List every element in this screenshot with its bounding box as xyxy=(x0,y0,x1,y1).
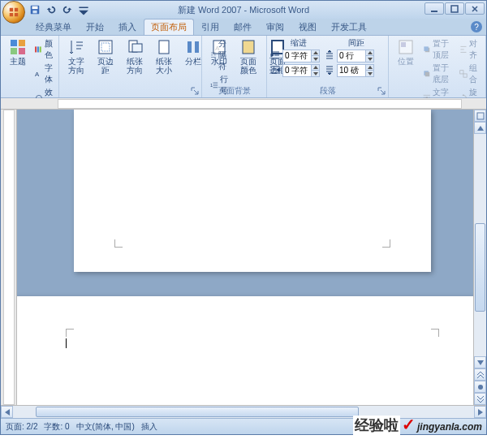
space-before-input[interactable] xyxy=(337,50,374,62)
tab-review[interactable]: 审阅 xyxy=(259,19,291,35)
position-icon xyxy=(398,39,414,55)
ribbon: 主题 颜色 A字体 效果 主题 文字方向 页边距 纸张方向 纸张大小 分栏 分隔… xyxy=(1,35,486,98)
save-button[interactable] xyxy=(28,3,41,16)
spin-up[interactable] xyxy=(365,50,373,56)
save-icon xyxy=(29,4,41,15)
page-1[interactable] xyxy=(74,110,431,272)
tab-classic[interactable]: 经典菜单 xyxy=(28,19,79,35)
svg-rect-6 xyxy=(19,40,25,46)
close-button[interactable] xyxy=(465,2,485,15)
orientation-button[interactable]: 纸张方向 xyxy=(121,37,149,76)
align-button[interactable]: 对齐 xyxy=(458,37,482,62)
space-after-input[interactable] xyxy=(337,64,374,77)
undo-button[interactable] xyxy=(45,3,58,16)
scroll-thumb-v[interactable] xyxy=(475,223,485,312)
svg-rect-19 xyxy=(187,41,192,53)
space-after-row: 段后 xyxy=(325,63,374,78)
margins-button[interactable]: 页边距 xyxy=(92,37,119,76)
svg-rect-30 xyxy=(424,47,428,51)
spin-down[interactable] xyxy=(311,71,319,76)
office-button[interactable] xyxy=(2,1,25,24)
svg-rect-1 xyxy=(32,6,38,10)
tab-view[interactable]: 视图 xyxy=(291,19,324,35)
indent-right-input[interactable] xyxy=(282,64,320,77)
minimize-button[interactable] xyxy=(425,2,444,15)
svg-rect-25 xyxy=(243,41,254,54)
redo-button[interactable] xyxy=(61,3,74,16)
columns-button[interactable]: 分栏 xyxy=(179,37,207,67)
send-back-button[interactable]: 置于底层 xyxy=(421,62,456,86)
theme-fonts-button[interactable]: A字体 xyxy=(33,62,58,86)
office-logo-icon xyxy=(8,6,19,18)
undo-icon xyxy=(45,4,57,15)
minimize-icon xyxy=(430,5,438,13)
breaks-button[interactable]: 分隔符 xyxy=(209,37,233,73)
spin-up[interactable] xyxy=(311,50,319,56)
svg-rect-17 xyxy=(132,44,142,52)
vertical-ruler[interactable] xyxy=(1,110,17,405)
maximize-button[interactable] xyxy=(445,2,464,15)
tab-home[interactable]: 开始 xyxy=(79,19,111,35)
document-pane[interactable] xyxy=(17,110,473,405)
page-color-button[interactable]: 页面颜色 xyxy=(235,37,262,76)
spin-up[interactable] xyxy=(311,65,319,71)
status-words[interactable]: 字数: 0 xyxy=(44,421,69,433)
paragraph-dialog-launcher[interactable] xyxy=(377,87,386,95)
qat-dropdown[interactable] xyxy=(77,3,90,16)
horizontal-ruler[interactable] xyxy=(1,98,486,110)
svg-rect-3 xyxy=(431,11,437,12)
columns-icon xyxy=(185,39,201,55)
title-bar: 新建 Word 2007 - Microsoft Word xyxy=(1,1,486,19)
svg-rect-5 xyxy=(11,40,17,46)
tab-insert[interactable]: 插入 xyxy=(111,19,144,35)
page-2[interactable] xyxy=(17,296,473,405)
themes-button[interactable]: 主题 xyxy=(4,37,32,67)
svg-rect-11 xyxy=(40,46,41,52)
status-insert-mode[interactable]: 插入 xyxy=(141,421,157,433)
bring-front-icon xyxy=(423,44,431,55)
tab-dev[interactable]: 开发工具 xyxy=(324,19,374,35)
line-numbers-button[interactable]: 1行号 xyxy=(209,73,233,97)
svg-rect-20 xyxy=(195,41,199,53)
scroll-up-button[interactable] xyxy=(474,122,486,134)
prev-page-button[interactable] xyxy=(474,368,486,381)
quick-access-toolbar xyxy=(28,3,90,16)
tab-mail[interactable]: 邮件 xyxy=(226,19,259,35)
page-setup-dialog-launcher[interactable] xyxy=(191,87,199,95)
group-themes: 主题 颜色 A字体 效果 主题 xyxy=(1,36,59,97)
scroll-thumb-h[interactable] xyxy=(36,407,359,417)
spin-down[interactable] xyxy=(365,71,373,76)
group-button[interactable]: 组合 xyxy=(458,62,482,86)
text-direction-button[interactable]: 文字方向 xyxy=(62,37,90,76)
tab-layout[interactable]: 页面布局 xyxy=(144,19,194,35)
indent-left-row xyxy=(270,49,320,63)
svg-rect-14 xyxy=(99,41,112,54)
position-button[interactable]: 位置 xyxy=(392,37,420,67)
bring-front-button[interactable]: 置于顶层 xyxy=(421,37,456,62)
group-paragraph: 缩进 间距 xyxy=(267,36,389,97)
indent-right-icon xyxy=(270,65,280,76)
svg-text:A: A xyxy=(35,71,40,78)
spin-down[interactable] xyxy=(365,56,373,62)
send-back-icon xyxy=(423,68,431,80)
tab-reference[interactable]: 引用 xyxy=(194,19,226,35)
theme-colors-button[interactable]: 颜色 xyxy=(33,37,58,62)
spin-up[interactable] xyxy=(365,65,373,71)
svg-rect-32 xyxy=(425,72,429,76)
indent-left-input[interactable] xyxy=(282,50,320,62)
svg-rect-34 xyxy=(460,71,463,74)
size-icon xyxy=(156,39,172,55)
vertical-scrollbar[interactable] xyxy=(473,110,486,405)
scroll-down-button[interactable] xyxy=(474,356,486,368)
next-page-button[interactable] xyxy=(474,393,486,405)
status-language[interactable]: 中文(简体, 中国) xyxy=(76,421,135,433)
status-page[interactable]: 页面: 2/2 xyxy=(6,421,37,433)
svg-rect-10 xyxy=(37,46,39,52)
fonts-icon: A xyxy=(35,68,43,80)
scroll-left-button[interactable] xyxy=(1,406,13,418)
size-button[interactable]: 纸张大小 xyxy=(150,37,178,76)
select-browse-object[interactable] xyxy=(474,381,486,393)
help-button[interactable]: ? xyxy=(471,21,482,32)
svg-rect-8 xyxy=(19,48,25,54)
spin-down[interactable] xyxy=(311,56,319,62)
